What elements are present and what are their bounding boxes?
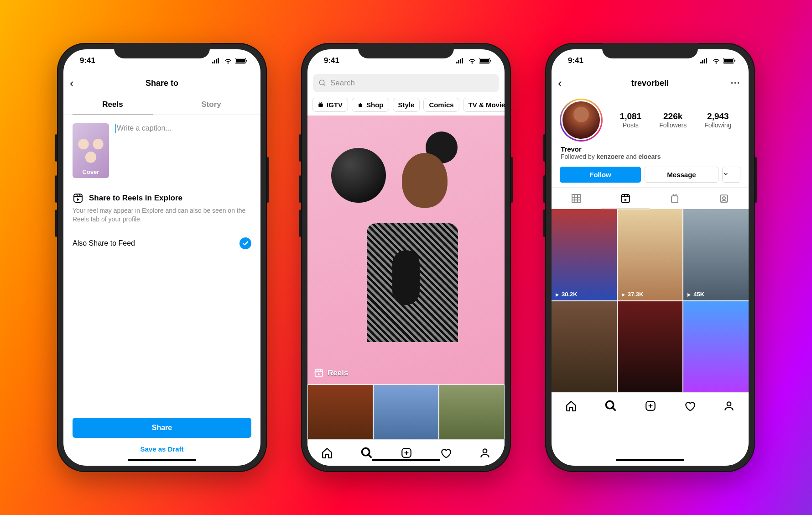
checkmark-icon[interactable] <box>239 237 251 249</box>
stat-following[interactable]: 2,943Following <box>704 111 731 129</box>
tab-reels[interactable] <box>601 188 650 209</box>
svg-rect-6 <box>490 60 491 62</box>
explore-tile[interactable] <box>439 384 505 439</box>
svg-point-21 <box>606 401 614 408</box>
share-tabs: Reels Story <box>63 94 260 115</box>
svg-rect-8 <box>318 103 323 107</box>
share-button[interactable]: Share <box>73 418 251 438</box>
profile-username: trevorbell <box>631 79 669 88</box>
share-to-feed-label: Also Share to Feed <box>73 239 135 247</box>
stat-posts[interactable]: 1,081Posts <box>620 111 642 129</box>
tab-igtv[interactable] <box>650 188 699 209</box>
profile-tabs <box>552 187 749 209</box>
wifi-icon <box>224 58 232 64</box>
tab-story[interactable]: Story <box>162 94 260 115</box>
bottom-nav <box>552 392 749 419</box>
svg-rect-19 <box>720 195 728 202</box>
search-placeholder: Search <box>330 79 355 88</box>
svg-rect-9 <box>315 369 323 377</box>
explore-hero-reel[interactable]: Reels <box>307 116 505 384</box>
followed-by-text: Followed by kenzoere and eloears <box>561 153 739 160</box>
share-header: ‹ Share to <box>63 72 260 94</box>
chip-style[interactable]: Style <box>393 98 420 112</box>
view-count: 45K <box>693 291 704 298</box>
profile-avatar[interactable] <box>560 99 603 142</box>
chip-comics[interactable]: Comics <box>423 98 459 112</box>
reel-thumbnail[interactable]: 30.2K <box>552 209 617 300</box>
stat-followers[interactable]: 226kFollowers <box>659 111 687 129</box>
status-time: 9:41 <box>80 56 95 65</box>
svg-rect-16 <box>572 194 580 203</box>
reel-thumbnail[interactable] <box>618 301 683 393</box>
svg-point-10 <box>362 448 370 455</box>
svg-rect-17 <box>621 194 630 203</box>
chip-igtv[interactable]: IGTV <box>312 98 348 112</box>
more-icon[interactable]: ··· <box>731 79 740 88</box>
reel-thumbnail[interactable]: 37.3K <box>618 209 683 300</box>
home-icon[interactable] <box>565 400 577 412</box>
add-post-icon[interactable] <box>401 447 412 459</box>
tab-grid[interactable] <box>552 188 601 209</box>
home-indicator <box>616 459 684 461</box>
igtv-icon <box>318 102 324 108</box>
svg-rect-3 <box>74 194 82 202</box>
chip-shop[interactable]: Shop <box>352 98 389 112</box>
phone-notch <box>114 43 210 58</box>
save-draft-button[interactable]: Save as Draft <box>73 445 251 453</box>
search-icon <box>318 79 327 87</box>
signal-icon <box>700 58 709 63</box>
profile-icon[interactable] <box>723 400 735 412</box>
message-button[interactable]: Message <box>645 167 718 183</box>
reel-thumbnail[interactable] <box>552 301 617 393</box>
explore-tile[interactable] <box>307 384 373 439</box>
battery-icon <box>723 58 736 64</box>
share-to-feed-row[interactable]: Also Share to Feed <box>63 230 260 257</box>
add-post-icon[interactable] <box>645 400 656 412</box>
cover-thumbnail[interactable]: Cover <box>73 123 109 178</box>
reel-thumbnail[interactable] <box>683 301 749 393</box>
reel-thumbnail[interactable]: 45K <box>683 209 749 300</box>
svg-rect-5 <box>480 59 489 63</box>
home-indicator <box>128 459 196 461</box>
back-icon[interactable]: ‹ <box>70 76 74 90</box>
search-input[interactable]: Search <box>313 74 499 92</box>
signal-icon <box>212 58 221 63</box>
shop-icon <box>357 102 364 108</box>
cover-label: Cover <box>83 168 99 175</box>
caption-input[interactable]: Write a caption... <box>115 123 251 133</box>
phone-share-to: 9:41 ‹ Share to Reels Story Cover Write … <box>57 43 267 472</box>
phone-explore: 9:41 Search IGTV Shop Style Comics TV & … <box>301 43 511 472</box>
svg-point-23 <box>727 402 731 406</box>
play-icon <box>686 292 692 298</box>
phone-profile: 9:41 ‹ trevorbell ··· 1,081Posts 226kFol… <box>545 43 755 472</box>
explore-thumbnails <box>307 384 505 439</box>
signal-icon <box>456 58 465 63</box>
play-icon <box>554 292 560 298</box>
reels-badge: Reels <box>314 368 348 378</box>
reels-grid: 30.2K 37.3K 45K <box>552 209 749 392</box>
svg-point-12 <box>483 449 487 453</box>
chip-tv-movies[interactable]: TV & Movies <box>463 98 505 112</box>
profile-icon[interactable] <box>479 447 491 459</box>
follow-button[interactable]: Follow <box>560 167 641 183</box>
play-icon <box>620 292 626 298</box>
hero-person-image <box>307 116 505 384</box>
reels-icon <box>73 193 83 204</box>
search-icon[interactable] <box>360 447 373 459</box>
activity-icon[interactable] <box>684 400 696 412</box>
home-icon[interactable] <box>321 447 333 459</box>
activity-icon[interactable] <box>440 447 452 459</box>
svg-point-20 <box>723 197 725 200</box>
tab-reels[interactable]: Reels <box>63 94 162 115</box>
svg-rect-2 <box>246 60 247 62</box>
suggested-dropdown-button[interactable] <box>722 167 740 183</box>
back-icon[interactable]: ‹ <box>558 76 562 90</box>
view-count: 30.2K <box>562 291 578 298</box>
phone-notch <box>358 43 454 58</box>
svg-rect-15 <box>734 60 735 62</box>
explore-tile[interactable] <box>373 384 439 439</box>
search-icon[interactable] <box>604 399 617 412</box>
battery-icon <box>235 58 248 64</box>
svg-rect-1 <box>236 59 245 63</box>
tab-tagged[interactable] <box>699 188 749 209</box>
